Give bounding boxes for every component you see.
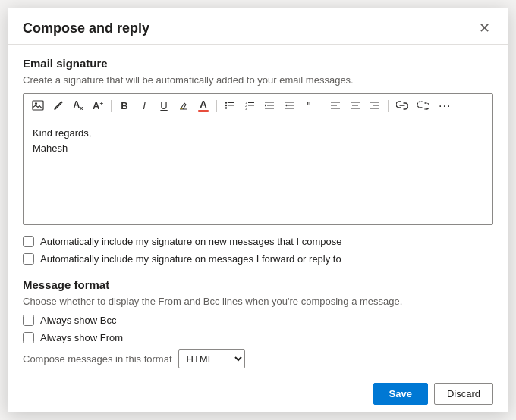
outdent-btn[interactable] [280,99,298,114]
insert-image-btn[interactable] [28,98,48,114]
svg-point-1 [35,102,37,105]
always-show-from-label: Always show From [40,332,123,343]
align-right-btn[interactable] [366,99,384,114]
auto-signature-new-messages-row: Automatically include my signature on ne… [23,236,493,247]
dialog-body: Email signature Create a signature that … [8,45,508,375]
italic-btn[interactable]: I [135,99,153,113]
auto-signature-forward-reply-label: Automatically include my signature on me… [40,253,341,265]
always-show-from-checkbox[interactable] [23,332,34,343]
svg-text:3.: 3. [245,107,247,110]
underline-btn[interactable]: U [155,99,173,113]
highlight-btn[interactable] [175,98,193,114]
align-left-btn[interactable] [326,99,345,114]
close-button[interactable]: ✕ [476,20,493,36]
dialog-footer: Save Discard [8,375,508,412]
always-show-from-row: Always show From [23,332,493,343]
dialog-title: Compose and reply [23,20,149,36]
save-button[interactable]: Save [373,383,428,405]
email-signature-title: Email signature [23,57,493,70]
link-btn[interactable] [392,99,412,114]
compose-format-row: Compose messages in this format HTML Pla… [23,349,493,368]
align-center-btn[interactable] [346,99,364,114]
svg-rect-0 [33,101,43,110]
compose-format-label: Compose messages in this format [23,353,172,365]
signature-line-1: Kind regards, [33,126,483,141]
message-format-section: Message format Choose whether to display… [23,278,493,368]
font-size-decrease-btn[interactable]: Ax [69,98,87,114]
toolbar-sep-1 [111,100,112,112]
discard-button[interactable]: Discard [434,383,493,405]
signature-editor-content[interactable]: Kind regards, Mahesh [24,118,492,224]
toolbar-sep-3 [322,100,322,112]
unlink-btn[interactable] [414,99,433,114]
font-color-btn[interactable]: A [194,97,212,114]
numbering-btn[interactable]: 1. 2. 3. [241,99,259,114]
editor-toolbar: Ax A+ B I U [24,94,492,118]
signature-line-2: Mahesh [33,141,483,156]
more-options-btn[interactable]: ··· [435,98,455,114]
always-show-bcc-label: Always show Bcc [40,315,116,326]
quote-btn[interactable]: " [300,99,318,114]
email-signature-desc: Create a signature that will be automati… [23,74,493,86]
compose-format-select[interactable]: HTML Plain text [178,349,245,368]
always-show-bcc-row: Always show Bcc [23,315,493,326]
auto-signature-forward-reply-checkbox[interactable] [23,253,34,265]
always-show-bcc-checkbox[interactable] [23,315,34,326]
auto-signature-forward-reply-row: Automatically include my signature on me… [23,253,493,265]
dialog-header: Compose and reply ✕ [8,8,508,45]
svg-point-7 [225,107,227,108]
signature-editor-container: Ax A+ B I U [23,93,493,225]
auto-signature-new-messages-checkbox[interactable] [23,236,34,247]
bold-btn[interactable]: B [115,99,134,113]
svg-point-5 [225,104,227,105]
toolbar-sep-2 [216,100,217,112]
auto-signature-new-messages-label: Automatically include my signature on ne… [40,236,341,247]
font-size-increase-btn[interactable]: A+ [89,99,107,113]
indent-btn[interactable] [260,99,278,114]
compose-reply-dialog: Compose and reply ✕ Email signature Crea… [8,8,508,412]
message-format-title: Message format [23,278,493,291]
draw-btn[interactable] [49,98,68,114]
toolbar-sep-4 [388,100,389,112]
message-format-desc: Choose whether to display the From and B… [23,296,493,307]
bullets-btn[interactable] [221,99,239,114]
email-signature-section: Email signature Create a signature that … [23,57,493,265]
svg-point-3 [225,102,227,103]
